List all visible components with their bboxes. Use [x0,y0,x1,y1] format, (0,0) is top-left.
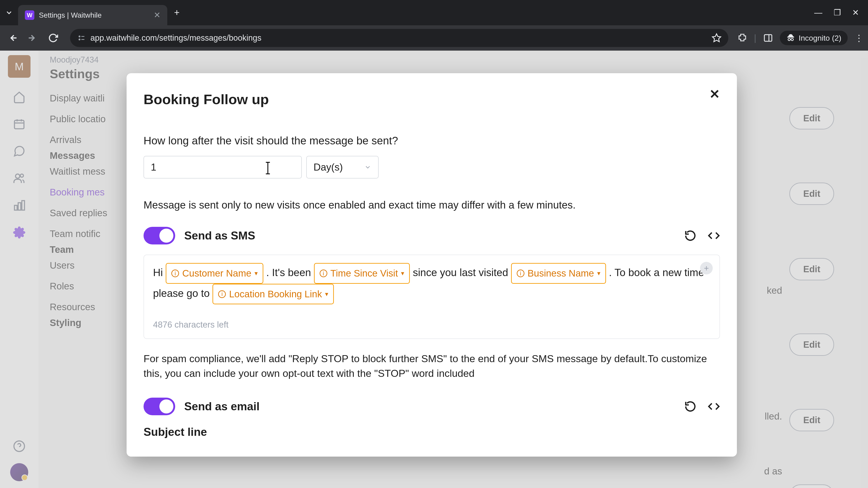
reset-icon[interactable] [684,230,696,242]
tab-strip: W Settings | Waitwhile ✕ + — ❐ ✕ [0,0,868,25]
svg-rect-7 [765,35,772,41]
incognito-badge[interactable]: Incognito (2) [780,31,848,45]
add-token-button[interactable]: + [700,262,713,274]
new-tab-button[interactable]: + [174,7,180,18]
delay-question: How long after the visit should the mess… [144,134,720,147]
char-count: 4876 characters left [153,317,710,332]
delay-unit-label: Day(s) [313,162,343,173]
back-button[interactable] [4,30,20,46]
svg-marker-6 [712,34,721,42]
chevron-down-icon [364,164,371,171]
reload-button[interactable] [45,30,61,46]
svg-point-10 [791,38,794,41]
url-text: app.waitwhile.com/settings/messages/book… [90,33,707,43]
window-controls: — ❐ ✕ [814,8,868,18]
svg-point-9 [788,38,790,41]
tabs-dropdown[interactable] [2,6,16,20]
minimize-icon[interactable]: — [814,8,822,18]
msg-text: since you last visited [413,267,511,278]
text-cursor-icon [265,161,271,175]
browser-tab[interactable]: W Settings | Waitwhile ✕ [18,5,167,25]
side-panel-icon[interactable] [763,33,773,43]
booking-followup-modal: Booking Follow up ✕ How long after the v… [127,73,737,457]
forward-button[interactable] [25,30,41,46]
svg-point-2 [79,36,80,37]
close-icon[interactable]: ✕ [709,87,720,101]
close-window-icon[interactable]: ✕ [852,8,859,18]
svg-point-3 [79,39,80,40]
tab-favicon: W [25,10,34,20]
delay-unit-select[interactable]: Day(s) [306,156,379,178]
reset-icon[interactable] [684,400,696,413]
delay-value-input[interactable] [144,156,302,178]
code-icon[interactable] [708,230,720,242]
modal-title: Booking Follow up [144,91,720,107]
tab-close-icon[interactable]: ✕ [154,10,160,20]
sms-toggle-label: Send as SMS [184,229,675,242]
token-customer-name[interactable]: iCustomer Name▾ [166,263,264,284]
email-toggle-label: Send as email [184,400,675,413]
sms-message-editor[interactable]: Hi iCustomer Name▾ . It's been iTime Sin… [144,255,720,339]
email-toggle[interactable] [144,398,175,415]
address-bar[interactable]: app.waitwhile.com/settings/messages/book… [70,29,728,47]
incognito-label: Incognito (2) [799,34,841,42]
extensions-icon[interactable] [737,33,747,43]
compliance-note: For spam compliance, we'll add "Reply ST… [144,351,720,381]
site-info-icon[interactable] [77,33,86,42]
bookmark-icon[interactable] [712,33,721,43]
maximize-icon[interactable]: ❐ [834,8,841,18]
delay-note: Message is sent only to new visits once … [144,199,720,211]
tab-title: Settings | Waitwhile [39,11,149,20]
app-viewport: M Moodjoy7434 Settings Display waitli Pu… [0,51,868,488]
subject-line-label: Subject line [144,425,720,438]
chrome-menu-icon[interactable]: ⋮ [855,33,864,43]
divider: | [754,33,756,43]
sms-toggle[interactable] [144,227,175,245]
browser-toolbar: app.waitwhile.com/settings/messages/book… [0,25,868,51]
msg-text: . It's been [266,267,314,278]
token-business-name[interactable]: iBusiness Name▾ [511,263,606,284]
token-location-booking-link[interactable]: iLocation Booking Link▾ [213,284,334,304]
code-icon[interactable] [708,400,720,413]
msg-text: Hi [153,267,166,278]
token-time-since-visit[interactable]: iTime Since Visit▾ [314,263,410,284]
